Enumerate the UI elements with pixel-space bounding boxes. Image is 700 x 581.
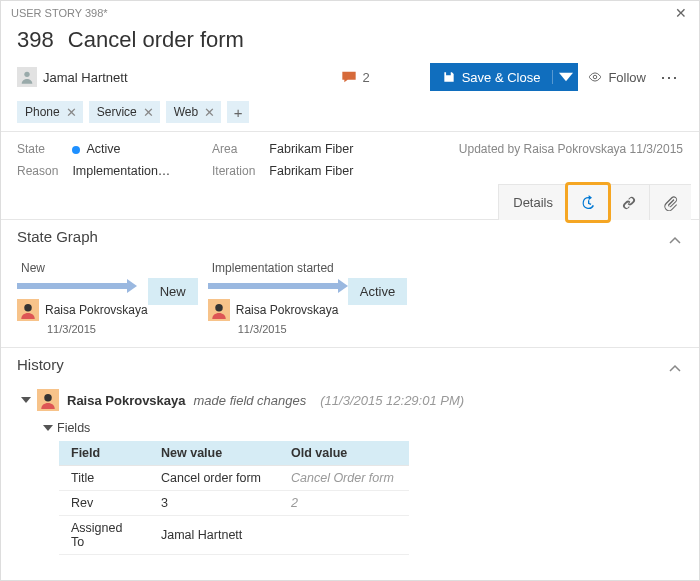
eye-icon [588, 70, 602, 84]
collapse-history-button[interactable] [669, 358, 683, 372]
table-row: Title Cancel order form Cancel Order for… [59, 466, 409, 491]
avatar [208, 299, 230, 321]
tab-attachments[interactable] [649, 184, 691, 220]
breadcrumb: USER STORY 398* [11, 7, 108, 19]
reason-label: Reason [17, 164, 58, 178]
follow-button[interactable]: Follow [588, 70, 646, 85]
link-icon [621, 195, 637, 211]
state-dot-icon [72, 146, 80, 154]
expand-entry-button[interactable] [21, 397, 31, 403]
svg-point-2 [24, 304, 32, 312]
more-actions-button[interactable]: ⋯ [656, 66, 683, 88]
iteration-value[interactable]: Fabrikam Fiber [269, 164, 417, 178]
assignee-name: Jamal Hartnett [43, 70, 128, 85]
save-and-close-button[interactable]: Save & Close [430, 63, 579, 91]
work-item-title: Cancel order form [68, 27, 244, 52]
area-label: Area [212, 142, 255, 156]
chevron-down-icon [559, 70, 573, 84]
arrow-icon [17, 277, 137, 295]
arrow-icon [208, 277, 348, 295]
comment-icon [341, 70, 357, 84]
sg-transition-2: Implementation started [212, 261, 334, 275]
sg-state-new: New [148, 278, 198, 305]
sg-date-2: 11/3/2015 [238, 323, 287, 335]
sg-transition-1: New [21, 261, 45, 275]
sg-date-1: 11/3/2015 [47, 323, 96, 335]
avatar [17, 67, 37, 87]
discussion-button[interactable]: 2 [341, 70, 369, 85]
tag-service[interactable]: Service✕ [89, 101, 160, 123]
close-icon[interactable]: ✕ [673, 5, 689, 21]
fields-table: Field New value Old value Title Cancel o… [59, 441, 409, 555]
save-label: Save & Close [462, 70, 541, 85]
history-icon [580, 195, 596, 211]
avatar [37, 389, 59, 411]
state-label: State [17, 142, 58, 156]
save-icon [442, 70, 456, 84]
work-item-id: 398 [17, 27, 54, 52]
col-field: Field [59, 441, 149, 466]
state-graph-title: State Graph [17, 228, 98, 245]
discussion-count: 2 [362, 70, 369, 85]
table-row: Assigned To Jamal Hartnett [59, 516, 409, 555]
tag-web[interactable]: Web✕ [166, 101, 221, 123]
iteration-label: Iteration [212, 164, 255, 178]
svg-point-3 [215, 304, 223, 312]
tag-phone[interactable]: Phone✕ [17, 101, 83, 123]
save-dropdown-button[interactable] [552, 70, 578, 84]
avatar [17, 299, 39, 321]
tag-remove-icon[interactable]: ✕ [66, 106, 77, 119]
expand-fields-button[interactable] [43, 425, 53, 431]
history-timestamp: (11/3/2015 12:29:01 PM) [320, 393, 464, 408]
tab-history[interactable] [567, 184, 609, 220]
sg-user-2: Raisa Pokrovskaya [236, 303, 339, 317]
table-row: Rev 3 2 [59, 491, 409, 516]
history-user: Raisa Pokrovskaya [67, 393, 186, 408]
col-new: New value [149, 441, 279, 466]
attachment-icon [663, 195, 679, 211]
history-title: History [17, 356, 64, 373]
state-value[interactable]: Active [72, 142, 212, 156]
add-tag-button[interactable]: + [227, 101, 249, 123]
assignee-field[interactable]: Jamal Hartnett [17, 67, 128, 87]
svg-point-0 [24, 72, 29, 77]
fields-label: Fields [57, 421, 90, 435]
reason-value[interactable]: Implementation… [72, 164, 212, 178]
sg-user-1: Raisa Pokrovskaya [45, 303, 148, 317]
tab-links[interactable] [608, 184, 650, 220]
tags-row: Phone✕ Service✕ Web✕ + [1, 101, 699, 131]
updated-by-text: Updated by Raisa Pokrovskaya 11/3/2015 [459, 142, 683, 156]
page-title: 398 Cancel order form [1, 25, 699, 63]
follow-label: Follow [608, 70, 646, 85]
sg-state-active: Active [348, 278, 407, 305]
state-graph: New Raisa Pokrovskaya 11/3/2015 New Impl… [17, 257, 683, 335]
svg-point-4 [44, 394, 52, 402]
col-old: Old value [279, 441, 409, 466]
tag-remove-icon[interactable]: ✕ [204, 106, 215, 119]
tab-details[interactable]: Details [498, 184, 568, 220]
area-value[interactable]: Fabrikam Fiber [269, 142, 417, 156]
history-action: made field changes [194, 393, 307, 408]
svg-point-1 [594, 75, 598, 79]
collapse-state-graph-button[interactable] [669, 230, 683, 244]
tag-remove-icon[interactable]: ✕ [143, 106, 154, 119]
